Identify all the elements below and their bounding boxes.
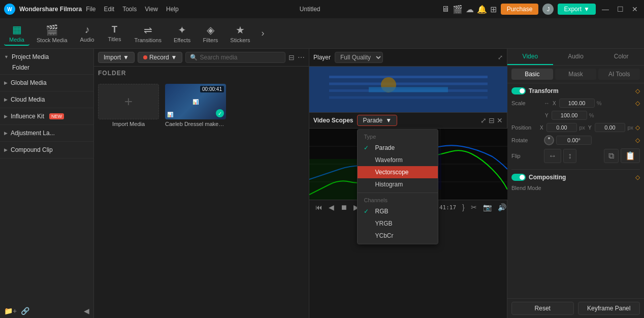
rotate-wheel[interactable] <box>544 135 554 145</box>
scope-minimize-icon[interactable]: ⊟ <box>489 116 495 124</box>
playback-cut-icon[interactable]: ✂ <box>469 202 479 212</box>
collapse-icon[interactable]: ◀ <box>84 307 89 315</box>
menu-file[interactable]: File <box>86 6 95 13</box>
influence-kit-item[interactable]: ▶ Influence Kit NEW <box>4 111 89 121</box>
position-x-value[interactable]: 0.00 <box>546 123 577 132</box>
playback-markers-icon[interactable]: } <box>460 202 467 212</box>
player-tab[interactable]: Player <box>313 54 331 61</box>
cloud-icon[interactable]: ☁ <box>466 5 474 14</box>
transform-title: Transform <box>511 87 559 94</box>
flip-copy-button[interactable]: ⧉ <box>604 149 619 163</box>
import-button[interactable]: Import ▼ <box>98 52 135 63</box>
position-keyframe[interactable]: ◇ <box>635 124 640 131</box>
bell-icon[interactable]: 🔔 <box>477 5 487 14</box>
playback-camera-icon[interactable]: 📷 <box>481 202 494 212</box>
purchase-button[interactable]: Purchase <box>501 4 539 15</box>
search-placeholder[interactable]: Search media <box>200 54 237 61</box>
dropdown-waveform[interactable]: Waveform <box>358 154 438 166</box>
project-media-chevron: ▼ <box>4 54 9 59</box>
subtab-basic[interactable]: Basic <box>511 69 553 80</box>
dropdown-vectorscope[interactable]: Vectorscope <box>358 166 438 178</box>
dropdown-yrgb[interactable]: YRGB <box>358 217 438 230</box>
import-label: Import <box>104 54 121 61</box>
parade-dropdown-button[interactable]: Parade ▼ <box>357 115 397 126</box>
flip-horizontal-button[interactable]: ↔ <box>544 149 561 163</box>
tab-audio[interactable]: Audio <box>553 49 599 65</box>
scale-y-value[interactable]: 100.00 <box>552 111 587 120</box>
add-folder-icon[interactable]: 📁+ <box>4 307 17 315</box>
dropdown-histogram[interactable]: Histogram <box>358 178 438 190</box>
caeleb-card[interactable]: 📊 00:00:41 ✓ 📊 Caeleb Dressel makes ... <box>165 84 226 127</box>
playback-skip-back[interactable]: ⏮ <box>313 202 325 212</box>
quality-select[interactable]: Full Quality 1/2 Quality 1/4 Quality <box>335 52 383 63</box>
playback-stop[interactable]: ⏹ <box>338 202 349 212</box>
playback-audio-icon[interactable]: 🔊 <box>496 202 508 212</box>
compositing-toggle[interactable] <box>511 174 526 181</box>
scale-x-keyframe[interactable]: ◇ <box>635 100 640 107</box>
flip-paste-button[interactable]: 📋 <box>621 148 640 163</box>
dropdown-parade[interactable]: ✓ Parade <box>358 142 438 154</box>
scope-close-icon[interactable]: ✕ <box>497 116 503 124</box>
reset-button[interactable]: Reset <box>511 302 574 315</box>
media-grid: + Import Media 📊 00:00:41 ✓ 📊 Caeleb Dre… <box>94 80 309 131</box>
project-media-item[interactable]: ▼ Project Media <box>4 52 89 62</box>
menu-help[interactable]: Help <box>166 6 179 13</box>
toolbar-effects[interactable]: ✦ Effects <box>169 22 196 45</box>
record-button[interactable]: Record ▼ <box>138 52 183 63</box>
flip-vertical-button[interactable]: ↕ <box>563 149 576 163</box>
menu-edit[interactable]: Edit <box>104 6 114 13</box>
scale-y-unit: % <box>589 112 594 118</box>
icons-group: 🖥 🎬 ☁ 🔔 ⊞ <box>441 5 497 14</box>
rotate-keyframe[interactable]: ◇ <box>635 137 640 144</box>
export-button[interactable]: Export ▼ <box>558 4 596 15</box>
more-options-icon[interactable]: ⋯ <box>298 53 305 61</box>
dropdown-ycbcr[interactable]: YCbCr <box>358 230 438 242</box>
global-media-item[interactable]: ▶ Global Media <box>4 78 89 88</box>
clip-icon[interactable]: 🎬 <box>453 5 463 14</box>
scope-expand-icon[interactable]: ⤢ <box>480 116 487 124</box>
filter-icon[interactable]: ⊟ <box>288 53 295 61</box>
toolbar-titles[interactable]: T Titles <box>102 22 127 44</box>
toolbar-stickers[interactable]: ★ Stickers <box>225 22 255 45</box>
transform-toggle[interactable] <box>511 87 526 94</box>
rotate-value[interactable]: 0.00° <box>556 136 592 145</box>
tab-video[interactable]: Video <box>507 49 553 65</box>
position-y-value[interactable]: 0.00 <box>595 123 626 132</box>
maximize-button[interactable]: ☐ <box>615 5 626 13</box>
preview-expand-icon[interactable]: ⤢ <box>498 54 503 61</box>
import-media-label: Import Media <box>98 121 159 127</box>
media-duration: 00:00:41 <box>200 86 224 92</box>
playback-prev-frame[interactable]: ◀ <box>327 202 336 212</box>
grid-icon[interactable]: ⊞ <box>490 5 497 14</box>
folder-label[interactable]: Folder <box>12 64 29 71</box>
keyframe-panel-button[interactable]: Keyframe Panel <box>578 302 640 315</box>
ycbcr-label: YCbCr <box>375 232 393 239</box>
titlebar-left: W Wondershare Filmora File Edit Tools Vi… <box>4 4 179 15</box>
compositing-keyframe-icon[interactable]: ◇ <box>635 174 640 181</box>
toolbar-audio[interactable]: ♪ Audio <box>75 22 100 45</box>
toolbar-media[interactable]: ▦ Media <box>4 21 29 46</box>
transitions-icon: ⇌ <box>144 24 152 36</box>
menu-tools[interactable]: Tools <box>122 6 137 13</box>
toolbar-transitions[interactable]: ⇌ Transitions <box>130 22 167 45</box>
transform-keyframe-icon[interactable]: ◇ <box>635 87 640 94</box>
import-media-card[interactable]: + Import Media <box>98 84 159 127</box>
subtab-ai-tools[interactable]: AI Tools <box>598 69 640 80</box>
subtab-mask[interactable]: Mask <box>555 69 597 80</box>
toolbar-filters[interactable]: ◈ Filters <box>198 22 223 45</box>
link-icon[interactable]: 🔗 <box>21 307 29 315</box>
filters-icon: ◈ <box>207 24 214 36</box>
compound-clip-item[interactable]: ▶ Compound Clip <box>4 145 89 155</box>
close-button[interactable]: ✕ <box>630 5 640 13</box>
dropdown-rgb[interactable]: ✓ RGB <box>358 205 438 217</box>
cloud-media-item[interactable]: ▶ Cloud Media <box>4 94 89 105</box>
tab-color[interactable]: Color <box>598 49 644 65</box>
minimize-button[interactable]: — <box>600 5 611 13</box>
adjustment-la-label: Adjustment La... <box>11 130 55 137</box>
toolbar-expand-button[interactable]: › <box>257 28 268 39</box>
screen-icon[interactable]: 🖥 <box>441 5 449 14</box>
adjustment-la-item[interactable]: ▶ Adjustment La... <box>4 128 89 138</box>
scale-x-value[interactable]: 100.00 <box>559 99 595 108</box>
toolbar-stock-media[interactable]: 🎬 Stock Media <box>31 22 73 45</box>
menu-view[interactable]: View <box>145 6 158 13</box>
